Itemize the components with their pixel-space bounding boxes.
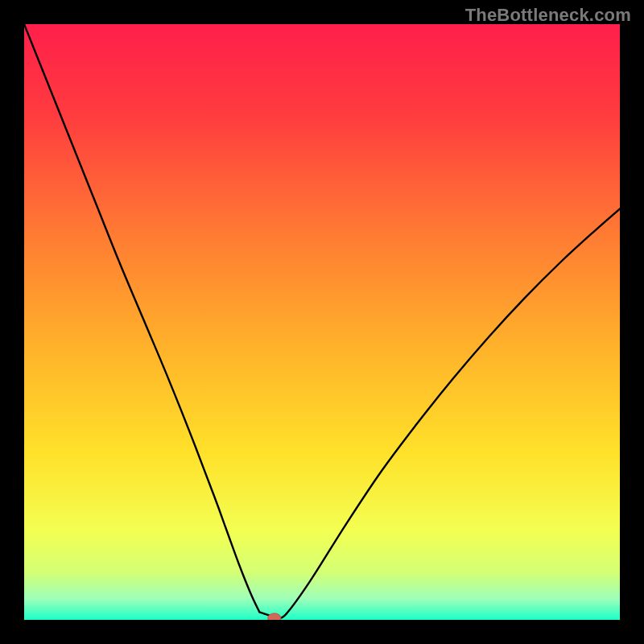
chart-frame (24, 24, 620, 620)
minimum-marker (268, 613, 281, 620)
gradient-background (24, 24, 620, 620)
watermark-text: TheBottleneck.com (465, 5, 631, 26)
bottleneck-chart (24, 24, 620, 620)
